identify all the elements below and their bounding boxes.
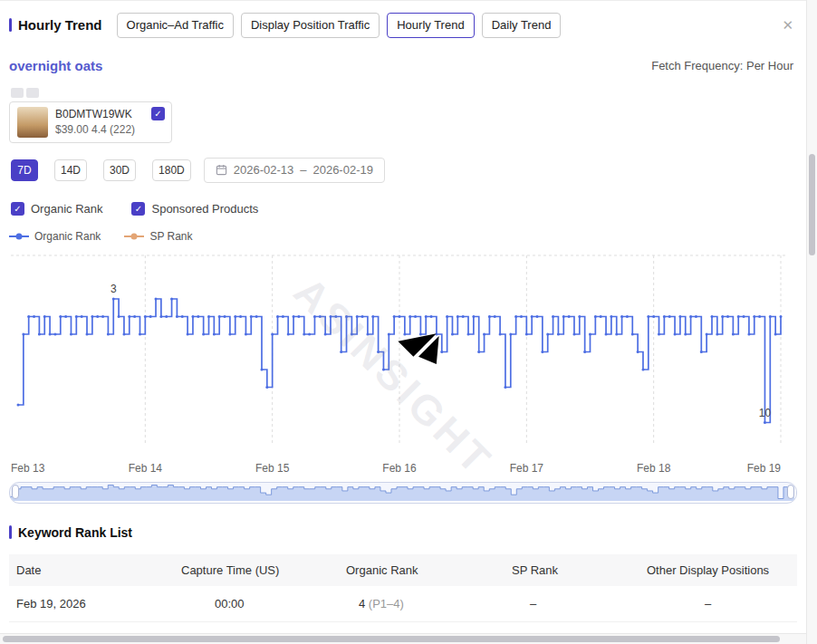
table-row: Feb 19, 2026 00:00 4 (P1–4) – – [9, 586, 797, 622]
tab-organic-ad-traffic[interactable]: Organic–Ad Traffic [117, 13, 234, 38]
column-header-organic-rank: Organic Rank [339, 554, 505, 586]
cell-date: Feb 18, 2026 [9, 621, 174, 633]
fetch-frequency-label: Fetch Frequency: Per Hour [651, 59, 793, 72]
product-asin: B0DMTW19WK [55, 108, 135, 121]
cell-sp-rank: – [505, 586, 639, 622]
keyword-rank-table: Date Capture Time (US) Organic Rank SP R… [9, 554, 797, 633]
product-card[interactable]: B0DMTW19WK $39.00 4.4 (222) [9, 101, 172, 143]
range-30d-button[interactable]: 30D [103, 159, 136, 181]
date-start: 2026-02-13 [234, 163, 294, 177]
close-icon[interactable]: ✕ [782, 18, 793, 32]
cell-capture-time: 00:00 [174, 586, 339, 622]
filter-organic-rank-label: Organic Rank [31, 202, 102, 216]
title-accent-bar [9, 525, 12, 539]
trend-tabs: Organic–Ad Traffic Display Position Traf… [117, 13, 562, 38]
rank-trend-chart[interactable]: 310Feb 13Feb 14Feb 15Feb 16Feb 17Feb 18F… [0, 254, 806, 478]
svg-text:10: 10 [759, 406, 772, 418]
range-180d-button[interactable]: 180D [152, 159, 191, 181]
keyword-name: overnight oats [9, 58, 102, 73]
svg-text:Feb 17: Feb 17 [510, 462, 544, 475]
column-header-sp-rank: SP Rank [505, 554, 639, 586]
cell-organic-rank: 5 (P1–5) [339, 621, 505, 633]
product-pager [11, 88, 806, 98]
chart-legend: Organic Rank SP Rank [9, 230, 806, 243]
cell-sp-rank: – [505, 621, 639, 633]
keyword-rank-list-title: Keyword Rank List [9, 525, 806, 540]
product-pager-next-button[interactable] [26, 88, 39, 98]
cell-other-positions: – [639, 621, 797, 633]
calendar-icon [216, 164, 227, 176]
cell-organic-rank: 4 (P1–4) [339, 586, 505, 622]
tab-daily-trend[interactable]: Daily Trend [482, 13, 562, 38]
column-header-capture-time: Capture Time (US) [174, 554, 339, 586]
title-accent-bar [9, 18, 12, 32]
date-end: 2026-02-19 [312, 163, 373, 177]
svg-text:Feb 18: Feb 18 [637, 462, 671, 475]
date-separator: – [300, 163, 306, 177]
data-zoom-brush[interactable] [9, 482, 797, 504]
legend-line-icon [9, 235, 29, 237]
filter-sponsored-products-label: Sponsored Products [151, 202, 258, 216]
product-pager-prev-button[interactable] [11, 88, 24, 98]
legend-sp-rank[interactable]: SP Rank [124, 230, 192, 243]
rank-chart-svg[interactable]: 310Feb 13Feb 14Feb 15Feb 16Feb 17Feb 18F… [9, 254, 790, 478]
keyword-row: overnight oats Fetch Frequency: Per Hour [9, 58, 793, 73]
column-header-other-positions: Other Display Positions [639, 554, 797, 586]
table-header-row: Date Capture Time (US) Organic Rank SP R… [9, 554, 797, 586]
date-range-picker[interactable]: 2026-02-13 – 2026-02-19 [204, 158, 385, 183]
modal-header: Hourly Trend Organic–Ad Traffic Display … [0, 1, 806, 38]
column-header-date: Date [9, 554, 174, 586]
tab-display-position-traffic[interactable]: Display Position Traffic [241, 13, 380, 38]
cell-capture-time: 23:00 [174, 621, 339, 633]
vertical-scrollbar [806, 0, 817, 644]
legend-dot-icon [16, 233, 23, 239]
filter-sponsored-products[interactable]: Sponsored Products [131, 202, 258, 216]
hourly-trend-modal: Hourly Trend Organic–Ad Traffic Display … [0, 0, 806, 633]
range-14d-button[interactable]: 14D [54, 159, 87, 181]
svg-text:Feb 16: Feb 16 [382, 462, 417, 475]
cell-other-positions: – [639, 586, 797, 622]
keyword-rank-list-title-text: Keyword Rank List [18, 525, 132, 540]
checkbox-checked-icon [131, 202, 145, 216]
legend-sp-rank-label: SP Rank [149, 230, 192, 243]
range-7d-button[interactable]: 7D [11, 159, 38, 181]
series-filter-row: Organic Rank Sponsored Products [11, 202, 806, 216]
modal-title: Hourly Trend [9, 17, 102, 33]
svg-text:Feb 14: Feb 14 [129, 462, 163, 475]
legend-line-icon [124, 235, 144, 237]
product-image [17, 107, 48, 138]
legend-organic-rank[interactable]: Organic Rank [9, 230, 101, 243]
modal-title-text: Hourly Trend [18, 17, 102, 33]
brush-handle-left[interactable] [12, 485, 19, 499]
svg-text:Feb 13: Feb 13 [11, 462, 45, 475]
brush-mini-chart [10, 483, 794, 501]
product-info: B0DMTW19WK $39.00 4.4 (222) [55, 108, 135, 137]
product-price-rating: $39.00 4.4 (222) [55, 123, 135, 137]
cell-date: Feb 19, 2026 [9, 586, 174, 622]
checkbox-checked-icon [11, 202, 24, 216]
svg-text:Feb 15: Feb 15 [255, 462, 290, 475]
svg-text:Feb 19: Feb 19 [747, 462, 782, 475]
horizontal-scrollbar [0, 633, 806, 644]
tab-hourly-trend[interactable]: Hourly Trend [387, 13, 474, 38]
date-range-row: 7D 14D 30D 180D 2026-02-13 – 2026-02-19 [11, 158, 806, 183]
legend-dot-icon [131, 233, 138, 239]
filter-organic-rank[interactable]: Organic Rank [11, 202, 102, 216]
vertical-scrollbar-thumb[interactable] [809, 154, 815, 255]
brush-handle-right[interactable] [787, 485, 794, 499]
svg-text:3: 3 [111, 283, 117, 295]
product-checkbox-checked[interactable] [151, 107, 165, 120]
legend-organic-rank-label: Organic Rank [34, 230, 101, 243]
horizontal-scrollbar-thumb[interactable] [3, 636, 780, 642]
table-row: Feb 18, 2026 23:00 5 (P1–5) – – [9, 621, 797, 633]
